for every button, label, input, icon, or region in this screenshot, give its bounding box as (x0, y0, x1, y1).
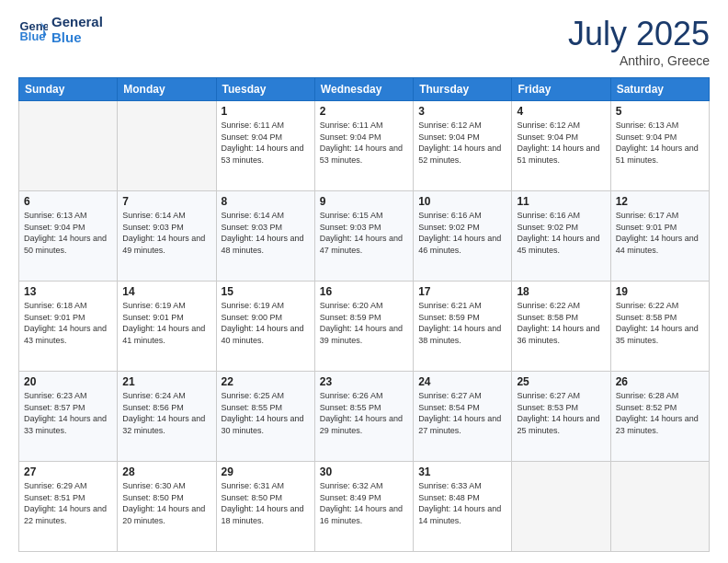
calendar-cell: 28Sunrise: 6:30 AMSunset: 8:50 PMDayligh… (118, 462, 216, 552)
calendar-cell: 12Sunrise: 6:17 AMSunset: 9:01 PMDayligh… (610, 191, 709, 282)
day-info: Sunrise: 6:32 AMSunset: 8:49 PMDaylight:… (320, 480, 408, 526)
calendar-cell: 31Sunrise: 6:33 AMSunset: 8:48 PMDayligh… (414, 462, 512, 552)
day-info: Sunrise: 6:19 AMSunset: 9:01 PMDaylight:… (122, 300, 210, 346)
day-number: 8 (222, 195, 310, 208)
calendar-cell: 2Sunrise: 6:11 AMSunset: 9:04 PMDaylight… (314, 101, 413, 191)
weekday-header-monday: Monday (118, 78, 216, 101)
logo-icon: General Blue (18, 16, 48, 45)
day-number: 18 (517, 285, 605, 298)
day-number: 16 (320, 285, 408, 298)
calendar-cell: 8Sunrise: 6:14 AMSunset: 9:03 PMDaylight… (216, 191, 314, 282)
calendar-cell: 6Sunrise: 6:13 AMSunset: 9:04 PMDaylight… (19, 191, 118, 282)
day-info: Sunrise: 6:11 AMSunset: 9:04 PMDaylight:… (222, 120, 310, 166)
calendar-cell: 26Sunrise: 6:28 AMSunset: 8:52 PMDayligh… (610, 372, 709, 462)
day-number: 29 (222, 465, 310, 478)
logo-general: General (51, 15, 103, 30)
calendar-cell: 19Sunrise: 6:22 AMSunset: 8:58 PMDayligh… (610, 282, 709, 372)
weekday-header-thursday: Thursday (414, 78, 512, 101)
calendar-cell: 20Sunrise: 6:23 AMSunset: 8:57 PMDayligh… (19, 372, 118, 462)
calendar-table: SundayMondayTuesdayWednesdayThursdayFrid… (18, 77, 710, 552)
calendar-cell (512, 462, 610, 552)
day-info: Sunrise: 6:13 AMSunset: 9:04 PMDaylight:… (24, 210, 112, 256)
calendar-cell: 13Sunrise: 6:18 AMSunset: 9:01 PMDayligh… (19, 282, 118, 372)
day-number: 13 (24, 285, 112, 298)
calendar-cell: 29Sunrise: 6:31 AMSunset: 8:50 PMDayligh… (216, 462, 314, 552)
calendar-cell: 24Sunrise: 6:27 AMSunset: 8:54 PMDayligh… (414, 372, 512, 462)
day-info: Sunrise: 6:14 AMSunset: 9:03 PMDaylight:… (122, 210, 210, 256)
day-info: Sunrise: 6:22 AMSunset: 8:58 PMDaylight:… (517, 300, 605, 346)
calendar-cell: 15Sunrise: 6:19 AMSunset: 9:00 PMDayligh… (216, 282, 314, 372)
day-number: 31 (418, 465, 506, 478)
day-number: 19 (616, 285, 704, 298)
day-info: Sunrise: 6:13 AMSunset: 9:04 PMDaylight:… (616, 120, 704, 166)
day-number: 25 (517, 375, 605, 388)
day-number: 20 (24, 375, 112, 388)
calendar-cell: 18Sunrise: 6:22 AMSunset: 8:58 PMDayligh… (512, 282, 610, 372)
day-number: 12 (616, 195, 704, 208)
calendar-cell: 22Sunrise: 6:25 AMSunset: 8:55 PMDayligh… (216, 372, 314, 462)
logo-blue: Blue (51, 30, 103, 46)
day-info: Sunrise: 6:12 AMSunset: 9:04 PMDaylight:… (517, 120, 605, 166)
day-info: Sunrise: 6:18 AMSunset: 9:01 PMDaylight:… (24, 300, 112, 346)
calendar-cell: 7Sunrise: 6:14 AMSunset: 9:03 PMDaylight… (118, 191, 216, 282)
day-info: Sunrise: 6:22 AMSunset: 8:58 PMDaylight:… (616, 300, 704, 346)
day-number: 21 (122, 375, 210, 388)
calendar-cell (118, 101, 216, 191)
day-info: Sunrise: 6:16 AMSunset: 9:02 PMDaylight:… (517, 210, 605, 256)
day-info: Sunrise: 6:30 AMSunset: 8:50 PMDaylight:… (122, 480, 210, 526)
day-info: Sunrise: 6:11 AMSunset: 9:04 PMDaylight:… (320, 120, 408, 166)
weekday-header-friday: Friday (512, 78, 610, 101)
calendar-cell: 5Sunrise: 6:13 AMSunset: 9:04 PMDaylight… (610, 101, 709, 191)
day-number: 28 (122, 465, 210, 478)
day-info: Sunrise: 6:29 AMSunset: 8:51 PMDaylight:… (24, 480, 112, 526)
title-block: July 2025 Anthiro, Greece (568, 15, 710, 68)
svg-text:Blue: Blue (20, 29, 46, 43)
weekday-header-tuesday: Tuesday (216, 78, 314, 101)
day-number: 23 (320, 375, 408, 388)
calendar-cell: 21Sunrise: 6:24 AMSunset: 8:56 PMDayligh… (118, 372, 216, 462)
day-number: 30 (320, 465, 408, 478)
calendar-cell: 25Sunrise: 6:27 AMSunset: 8:53 PMDayligh… (512, 372, 610, 462)
day-info: Sunrise: 6:15 AMSunset: 9:03 PMDaylight:… (320, 210, 408, 256)
weekday-header-sunday: Sunday (19, 78, 118, 101)
calendar-cell: 3Sunrise: 6:12 AMSunset: 9:04 PMDaylight… (414, 101, 512, 191)
day-number: 14 (122, 285, 210, 298)
day-info: Sunrise: 6:12 AMSunset: 9:04 PMDaylight:… (418, 120, 506, 166)
day-number: 1 (222, 105, 310, 118)
day-number: 5 (616, 105, 704, 118)
day-info: Sunrise: 6:20 AMSunset: 8:59 PMDaylight:… (320, 300, 408, 346)
month-title: July 2025 (568, 15, 710, 53)
calendar-cell: 16Sunrise: 6:20 AMSunset: 8:59 PMDayligh… (314, 282, 413, 372)
calendar-cell: 17Sunrise: 6:21 AMSunset: 8:59 PMDayligh… (414, 282, 512, 372)
day-info: Sunrise: 6:26 AMSunset: 8:55 PMDaylight:… (320, 390, 408, 436)
day-info: Sunrise: 6:33 AMSunset: 8:48 PMDaylight:… (418, 480, 506, 526)
day-number: 15 (222, 285, 310, 298)
day-info: Sunrise: 6:27 AMSunset: 8:54 PMDaylight:… (418, 390, 506, 436)
day-info: Sunrise: 6:25 AMSunset: 8:55 PMDaylight:… (222, 390, 310, 436)
day-info: Sunrise: 6:16 AMSunset: 9:02 PMDaylight:… (418, 210, 506, 256)
weekday-header-wednesday: Wednesday (314, 78, 413, 101)
day-info: Sunrise: 6:23 AMSunset: 8:57 PMDaylight:… (24, 390, 112, 436)
calendar-cell: 23Sunrise: 6:26 AMSunset: 8:55 PMDayligh… (314, 372, 413, 462)
day-number: 6 (24, 195, 112, 208)
day-number: 27 (24, 465, 112, 478)
calendar-cell: 30Sunrise: 6:32 AMSunset: 8:49 PMDayligh… (314, 462, 413, 552)
day-info: Sunrise: 6:27 AMSunset: 8:53 PMDaylight:… (517, 390, 605, 436)
day-number: 9 (320, 195, 408, 208)
day-number: 17 (418, 285, 506, 298)
day-number: 10 (418, 195, 506, 208)
day-number: 24 (418, 375, 506, 388)
calendar-cell (19, 101, 118, 191)
day-number: 11 (517, 195, 605, 208)
day-info: Sunrise: 6:14 AMSunset: 9:03 PMDaylight:… (222, 210, 310, 256)
weekday-header-saturday: Saturday (610, 78, 709, 101)
day-info: Sunrise: 6:19 AMSunset: 9:00 PMDaylight:… (222, 300, 310, 346)
day-number: 2 (320, 105, 408, 118)
day-number: 3 (418, 105, 506, 118)
location-subtitle: Anthiro, Greece (568, 53, 710, 68)
calendar-cell: 4Sunrise: 6:12 AMSunset: 9:04 PMDaylight… (512, 101, 610, 191)
page-header: General Blue General Blue July 2025 Anth… (18, 15, 710, 68)
day-number: 26 (616, 375, 704, 388)
day-info: Sunrise: 6:31 AMSunset: 8:50 PMDaylight:… (222, 480, 310, 526)
day-number: 4 (517, 105, 605, 118)
